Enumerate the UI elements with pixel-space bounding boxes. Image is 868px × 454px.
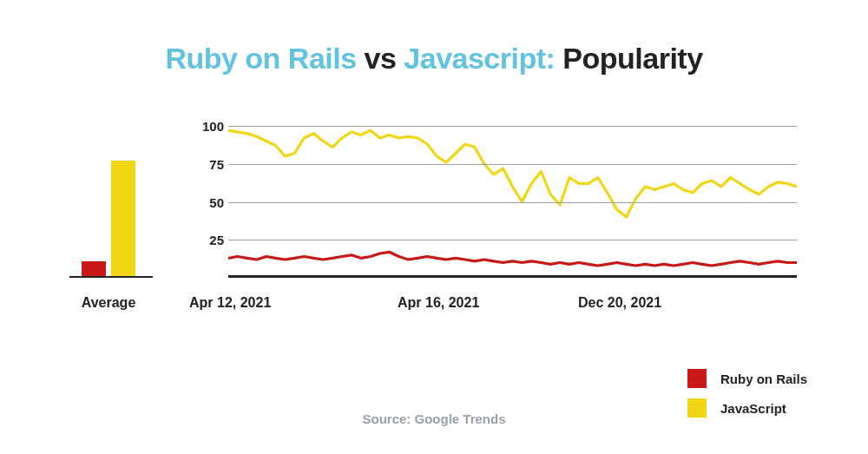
- title-rest: Popularity: [555, 42, 702, 75]
- grid-line: [228, 164, 797, 165]
- title-ruby: Ruby on Rails: [165, 42, 356, 75]
- y-tick: 50: [189, 194, 224, 209]
- series-ruby: [228, 252, 797, 266]
- grid-line: [228, 202, 797, 203]
- y-tick: 100: [189, 119, 224, 134]
- x-tick-1: Apr 16, 2021: [398, 295, 479, 311]
- chart-area: Average 255075100 Apr 12, 2021 Apr 16, 2…: [0, 126, 868, 326]
- y-tick: 75: [189, 156, 224, 171]
- title-js: Javascript:: [404, 42, 555, 75]
- y-tick: 25: [189, 233, 224, 247]
- x-tick-0: Apr 12, 2021: [189, 295, 271, 311]
- source-label: Source: Google Trends: [0, 411, 868, 426]
- line-chart: 255075100: [189, 126, 797, 278]
- avg-label: Average: [61, 295, 156, 311]
- avg-bar-js: [111, 161, 135, 276]
- avg-baseline: [69, 276, 153, 278]
- avg-bar-ruby: [82, 261, 106, 277]
- legend-item-ruby: Ruby on Rails: [687, 369, 807, 388]
- x-axis-baseline: [228, 275, 797, 278]
- swatch-ruby: [687, 369, 707, 388]
- x-tick-2: Dec 20, 2021: [578, 295, 661, 311]
- legend-label-ruby: Ruby on Rails: [720, 372, 807, 386]
- grid-line: [228, 126, 797, 127]
- title-vs: vs: [357, 42, 404, 75]
- page-title: Ruby on Rails vs Javascript: Popularity: [0, 0, 868, 76]
- average-bar-chart: [76, 126, 146, 278]
- grid-line: [228, 240, 797, 240]
- series-javascript: [228, 130, 797, 217]
